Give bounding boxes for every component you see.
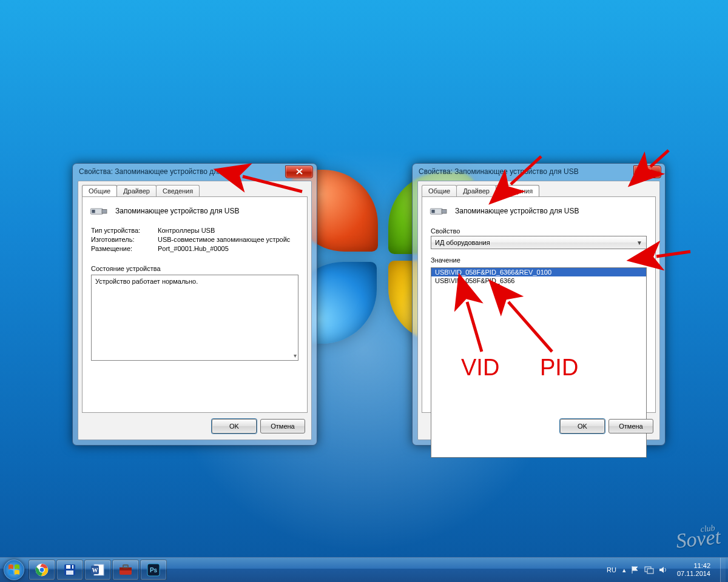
taskbar-app-photoshop[interactable]: Ps [140, 560, 167, 580]
label-device-status: Состояние устройства [83, 265, 307, 272]
scroll-down-icon[interactable]: ▾ [294, 352, 297, 359]
tray-show-hidden-icon[interactable]: ▴ [622, 566, 626, 574]
tab-page-details: Запоминающее устройство для USB Свойство… [422, 196, 656, 413]
taskbar-app-save[interactable] [56, 560, 83, 580]
toolbox-icon [118, 564, 133, 576]
svg-rect-18 [120, 567, 132, 570]
tab-details[interactable]: Сведения [156, 185, 200, 196]
watermark: club Sovet [675, 523, 722, 552]
tray-language[interactable]: RU [607, 566, 616, 574]
annotation-vid: VID [461, 355, 499, 381]
list-item[interactable]: USB\VID_058F&PID_6366&REV_0100 [431, 268, 646, 276]
device-status-textarea[interactable]: Устройство работает нормально. ▾ [91, 275, 298, 361]
svg-rect-19 [123, 565, 128, 567]
chrome-icon [35, 563, 49, 577]
windows-logo-icon [7, 563, 21, 577]
show-desktop-button[interactable] [720, 558, 726, 582]
titlebar[interactable]: Свойства: Запоминающее устройство для US… [413, 164, 665, 179]
value-type: Контроллеры USB [158, 227, 215, 234]
svg-rect-0 [90, 209, 103, 214]
cancel-button[interactable]: Отмена [608, 419, 653, 433]
flag-icon[interactable] [631, 566, 639, 574]
properties-dialog-general[interactable]: Свойства: Запоминающее устройство для US… [72, 163, 317, 446]
close-icon [296, 169, 303, 175]
photoshop-icon: Ps [147, 563, 160, 577]
svg-rect-10 [64, 564, 75, 575]
svg-rect-5 [431, 210, 434, 213]
svg-rect-17 [120, 567, 132, 575]
device-properties: Тип устройства:Контроллеры USB Изготовит… [83, 221, 307, 260]
window-title: Свойства: Запоминающее устройство для US… [419, 164, 579, 179]
property-combobox[interactable]: ИД оборудования ▼ [431, 236, 647, 249]
svg-point-7 [36, 564, 48, 576]
svg-rect-1 [102, 209, 107, 213]
tab-strip: Общие Драйвер Сведения [422, 185, 539, 196]
svg-rect-2 [92, 210, 95, 213]
device-name: Запоминающее устройство для USB [115, 207, 239, 215]
label-property: Свойство [422, 221, 655, 236]
svg-text:W: W [92, 567, 98, 574]
ok-button[interactable]: OK [560, 419, 605, 433]
svg-rect-14 [94, 564, 104, 575]
device-name: Запоминающее устройство для USB [455, 207, 579, 215]
label-type: Тип устройства: [91, 227, 158, 234]
value-loc: Port_#0001.Hub_#0005 [158, 245, 229, 252]
value-mfr: USB-совместимое запоминающее устройс [158, 236, 290, 243]
titlebar[interactable]: Свойства: Запоминающее устройство для US… [73, 164, 317, 179]
floppy-icon [63, 563, 76, 577]
taskbar-app-word[interactable]: W [84, 560, 111, 580]
taskbar-app-chrome[interactable] [29, 560, 55, 580]
svg-point-9 [39, 567, 44, 572]
svg-text:Ps: Ps [150, 567, 158, 574]
ok-button[interactable]: OK [212, 419, 257, 433]
tab-page-general: Запоминающее устройство для USB Тип устр… [82, 196, 308, 413]
tab-driver[interactable]: Драйвер [116, 185, 157, 196]
network-icon[interactable] [644, 566, 654, 574]
close-icon [644, 169, 651, 175]
tab-general[interactable]: Общие [82, 185, 117, 196]
tab-general[interactable]: Общие [422, 185, 457, 196]
label-mfr: Изготовитель: [91, 236, 158, 243]
tab-details[interactable]: Сведения [496, 185, 539, 196]
annotation-pid: PID [540, 355, 578, 381]
properties-dialog-details[interactable]: Свойства: Запоминающее устройство для US… [412, 163, 666, 446]
chevron-down-icon: ▼ [636, 239, 642, 246]
svg-rect-11 [66, 565, 73, 569]
svg-rect-15 [91, 566, 99, 574]
device-status-text: Устройство работает нормально. [95, 278, 198, 285]
close-button[interactable] [633, 166, 661, 178]
label-loc: Размещение: [91, 245, 158, 252]
taskbar-app-toolbox[interactable] [112, 560, 139, 580]
svg-rect-20 [147, 564, 160, 576]
volume-icon[interactable] [659, 566, 667, 574]
svg-point-8 [39, 567, 44, 572]
cancel-button[interactable]: Отмена [260, 419, 305, 433]
tab-driver[interactable]: Драйвер [456, 185, 496, 196]
tray-time[interactable]: 11:42 [693, 562, 710, 570]
svg-rect-12 [70, 565, 72, 569]
svg-rect-3 [430, 209, 442, 214]
word-icon: W [90, 563, 105, 577]
svg-rect-23 [645, 567, 651, 572]
desktop: Свойства: Запоминающее устройство для US… [0, 0, 728, 582]
close-button[interactable] [285, 166, 313, 178]
tray-date[interactable]: 07.11.2014 [677, 570, 710, 578]
start-button[interactable] [0, 558, 28, 582]
svg-point-6 [36, 564, 48, 576]
usb-device-icon [90, 204, 109, 218]
watermark-big: Sovet [675, 525, 722, 552]
dialog-client: Общие Драйвер Сведения Запоминающее устр… [78, 181, 312, 440]
usb-device-icon [430, 204, 449, 218]
list-item[interactable]: USB\VID_058F&PID_6366 [431, 276, 646, 285]
dialog-client: Общие Драйвер Сведения Запоминающее устр… [417, 181, 660, 440]
svg-rect-4 [442, 209, 447, 213]
window-title: Свойства: Запоминающее устройство для US… [79, 164, 239, 179]
tab-strip: Общие Драйвер Сведения [82, 185, 199, 196]
svg-rect-13 [66, 570, 73, 575]
watermark-small: club [700, 523, 720, 534]
label-value: Значение [422, 249, 655, 265]
svg-rect-21 [147, 564, 160, 576]
svg-rect-24 [647, 569, 653, 574]
system-tray[interactable]: RU ▴ 11:42 07.11.2014 [607, 558, 728, 582]
taskbar[interactable]: W Ps RU ▴ 11:42 07.11.2014 [0, 557, 728, 582]
